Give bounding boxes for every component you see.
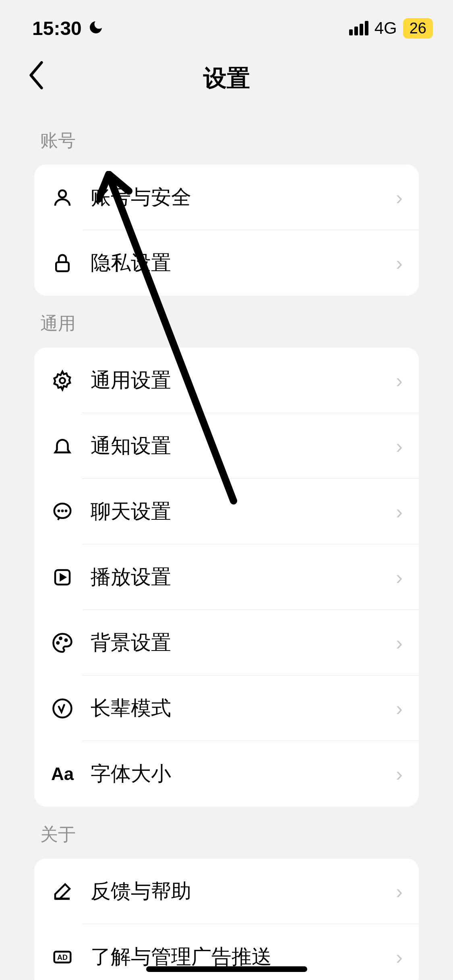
chevron-right-icon: › [396, 369, 403, 392]
chevron-right-icon: › [396, 500, 403, 523]
content: 账号 账号与安全 › 隐私设置 › 通用 通用设置 › [0, 105, 453, 980]
chevron-right-icon: › [396, 566, 403, 589]
chevron-right-icon: › [396, 697, 403, 720]
item-label: 账号与安全 [91, 184, 396, 211]
back-button[interactable] [28, 61, 44, 96]
pencil-icon [50, 879, 74, 904]
ad-icon: AD [50, 945, 74, 969]
home-indicator[interactable] [146, 966, 307, 972]
item-playback[interactable]: 播放设置 › [34, 544, 419, 610]
svg-point-6 [66, 510, 66, 511]
group-account: 账号与安全 › 隐私设置 › [34, 165, 419, 296]
svg-text:AD: AD [57, 953, 68, 961]
section-header-account: 账号 [34, 113, 419, 165]
item-label: 字体大小 [91, 760, 396, 787]
item-label: 通知设置 [91, 432, 396, 459]
nav-header: 设置 [0, 52, 453, 105]
item-chat[interactable]: 聊天设置 › [34, 479, 419, 544]
item-background[interactable]: 背景设置 › [34, 610, 419, 675]
item-elder-mode[interactable]: 长辈模式 › [34, 675, 419, 741]
section-header-about: 关于 [34, 807, 419, 859]
battery-level: 26 [410, 20, 426, 37]
signal-icon [349, 21, 368, 35]
item-general-settings[interactable]: 通用设置 › [34, 348, 419, 413]
palette-icon [50, 631, 74, 655]
item-label: 隐私设置 [91, 249, 396, 276]
chat-icon [50, 500, 74, 524]
item-label: 通用设置 [91, 367, 396, 394]
chevron-right-icon: › [396, 631, 403, 655]
item-label: 反馈与帮助 [91, 878, 396, 905]
lock-icon [50, 251, 74, 275]
svg-point-0 [59, 190, 66, 198]
network-type: 4G [374, 19, 397, 38]
user-icon [50, 185, 74, 210]
play-icon [50, 565, 74, 589]
item-font-size[interactable]: Aa 字体大小 › [34, 741, 419, 807]
status-right: 4G 26 [349, 18, 433, 39]
chevron-right-icon: › [396, 880, 403, 903]
page-title: 设置 [20, 63, 433, 94]
status-time: 15:30 [32, 17, 82, 39]
battery-icon: 26 [403, 18, 433, 39]
chevron-right-icon: › [396, 186, 403, 209]
bell-icon [50, 434, 74, 458]
svg-point-9 [60, 637, 62, 639]
status-bar: 15:30 4G 26 [0, 0, 453, 52]
font-icon: Aa [50, 764, 74, 784]
chevron-right-icon: › [396, 251, 403, 275]
item-privacy[interactable]: 隐私设置 › [34, 230, 419, 296]
svg-point-10 [65, 639, 67, 641]
chevron-right-icon: › [396, 434, 403, 458]
svg-point-2 [60, 378, 65, 383]
svg-point-5 [62, 510, 63, 511]
status-left: 15:30 [32, 17, 104, 39]
item-label: 聊天设置 [91, 498, 396, 525]
svg-rect-1 [56, 262, 69, 271]
group-about: 反馈与帮助 › AD 了解与管理广告推送 › [34, 859, 419, 980]
item-label: 播放设置 [91, 564, 396, 591]
group-general: 通用设置 › 通知设置 › 聊天设置 › 播放设置 › [34, 348, 419, 807]
chevron-right-icon: › [396, 762, 403, 786]
chevron-right-icon: › [396, 945, 403, 969]
section-header-general: 通用 [34, 296, 419, 348]
item-feedback[interactable]: 反馈与帮助 › [34, 859, 419, 924]
svg-point-8 [57, 642, 59, 644]
svg-point-4 [58, 510, 59, 511]
gear-icon [50, 369, 74, 393]
moon-icon [88, 19, 104, 37]
item-notifications[interactable]: 通知设置 › [34, 413, 419, 479]
item-account-security[interactable]: 账号与安全 › [34, 165, 419, 230]
item-label: 长辈模式 [91, 695, 396, 722]
item-label: 背景设置 [91, 629, 396, 656]
accessibility-icon [50, 696, 74, 721]
